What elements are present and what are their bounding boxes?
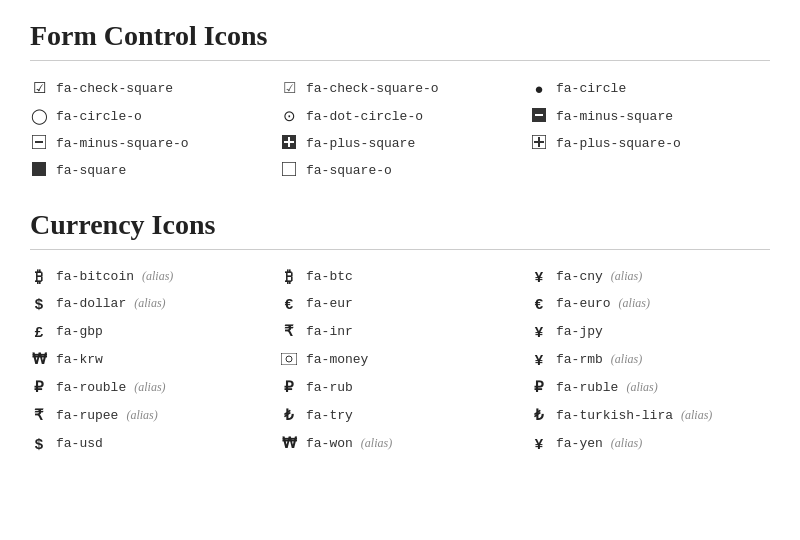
svg-rect-12 [281,353,297,365]
icon-label: fa-check-square [56,81,173,96]
icon-item: €fa-eur [280,295,520,312]
alias-label: (alias) [134,380,165,395]
icon-item: ₽fa-rub [280,378,520,396]
icon-label: fa-plus-square-o [556,136,681,151]
icon-glyph [30,162,48,179]
currency-icon-glyph: ₺ [530,406,548,424]
currency-icon-glyph: ¥ [530,351,548,368]
icon-glyph [30,135,48,152]
icon-item: $fa-usd [30,434,270,452]
icon-glyph: ☑ [30,79,48,97]
icon-item: ₩fa-krw [30,350,270,368]
alias-label: (alias) [611,269,642,284]
svg-point-13 [286,356,292,362]
alias-label: (alias) [611,352,642,367]
currency-icon-glyph: ¥ [530,268,548,285]
icon-label: fa-circle-o [56,109,142,124]
icon-item: ₿fa-btc [280,268,520,285]
svg-rect-3 [35,141,43,143]
currency-icon-grid: ₿fa-bitcoin (alias)₿fa-btc¥fa-cny (alias… [30,268,770,452]
currency-icon-glyph: ₿ [280,268,298,285]
icon-item: ¥fa-yen (alias) [530,434,770,452]
currency-label: fa-rupee [56,408,118,423]
icon-item: $fa-dollar (alias) [30,295,270,312]
currency-label: fa-dollar [56,296,126,311]
svg-rect-10 [32,162,46,176]
currency-title: Currency Icons [30,209,770,241]
currency-icon-glyph [280,351,298,368]
icon-glyph [280,135,298,152]
icon-glyph [280,162,298,179]
alias-label: (alias) [134,296,165,311]
icon-item: ₽fa-rouble (alias) [30,378,270,396]
currency-icon-glyph: ₩ [280,434,298,452]
icon-item: ☑fa-check-square [30,79,270,97]
icon-label: fa-minus-square-o [56,136,189,151]
icon-label: fa-square-o [306,163,392,178]
icon-glyph: ⊙ [280,107,298,125]
icon-item: fa-plus-square-o [530,135,770,152]
currency-label: fa-try [306,408,353,423]
icon-label: fa-plus-square [306,136,415,151]
icon-label: fa-minus-square [556,109,673,124]
alias-label: (alias) [681,408,712,423]
icon-label: fa-square [56,163,126,178]
form-divider [30,60,770,61]
icon-glyph [530,135,548,152]
icon-item: ●fa-circle [530,79,770,97]
currency-icon-glyph: ₽ [280,378,298,396]
svg-rect-1 [535,114,543,116]
currency-label: fa-euro [556,296,611,311]
form-control-section: Form Control Icons ☑fa-check-square☑fa-c… [30,20,770,179]
currency-label: fa-rmb [556,352,603,367]
icon-item: ¥fa-cny (alias) [530,268,770,285]
currency-icon-glyph: $ [30,435,48,452]
currency-icon-glyph: € [530,295,548,312]
icon-label: fa-dot-circle-o [306,109,423,124]
alias-label: (alias) [626,380,657,395]
currency-label: fa-turkish-lira [556,408,673,423]
currency-section: Currency Icons ₿fa-bitcoin (alias)₿fa-bt… [30,209,770,452]
currency-label: fa-jpy [556,324,603,339]
icon-label: fa-circle [556,81,626,96]
icon-item: ¥fa-jpy [530,322,770,340]
svg-rect-6 [284,141,294,143]
currency-label: fa-ruble [556,380,618,395]
currency-label: fa-cny [556,269,603,284]
currency-icon-glyph: ₺ [280,406,298,424]
currency-icon-glyph: ₽ [530,378,548,396]
icon-item: ◯fa-circle-o [30,107,270,125]
icon-item: ₿fa-bitcoin (alias) [30,268,270,285]
icon-item: £fa-gbp [30,322,270,340]
currency-label: fa-yen [556,436,603,451]
currency-label: fa-inr [306,324,353,339]
alias-label: (alias) [142,269,173,284]
currency-label: fa-rouble [56,380,126,395]
icon-item: ₽fa-ruble (alias) [530,378,770,396]
icon-glyph: ● [530,80,548,97]
currency-icon-glyph: € [280,295,298,312]
currency-label: fa-gbp [56,324,103,339]
currency-icon-glyph: ¥ [530,435,548,452]
currency-label: fa-money [306,352,368,367]
alias-label: (alias) [126,408,157,423]
form-icon-grid: ☑fa-check-square☑fa-check-square-o●fa-ci… [30,79,770,179]
form-control-title: Form Control Icons [30,20,770,52]
svg-rect-9 [534,141,544,143]
icon-item: fa-plus-square [280,135,520,152]
icon-glyph [530,108,548,125]
icon-item: fa-square-o [280,162,520,179]
currency-icon-glyph: ₹ [280,322,298,340]
icon-item: fa-square [30,162,270,179]
currency-label: fa-won [306,436,353,451]
currency-icon-glyph: ¥ [530,323,548,340]
currency-icon-glyph: ₩ [30,350,48,368]
icon-item: ₺fa-turkish-lira (alias) [530,406,770,424]
icon-item: ₺fa-try [280,406,520,424]
icon-label: fa-check-square-o [306,81,439,96]
icon-item: ☑fa-check-square-o [280,79,520,97]
currency-icon-glyph: $ [30,295,48,312]
currency-label: fa-eur [306,296,353,311]
currency-label: fa-usd [56,436,103,451]
currency-divider [30,249,770,250]
